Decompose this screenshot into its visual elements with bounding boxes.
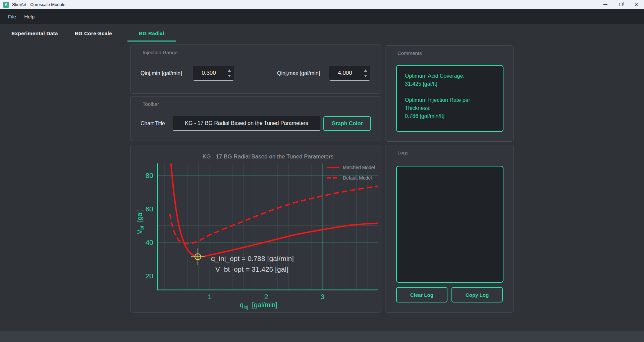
tab-bg-radial[interactable]: BG Radial	[127, 26, 176, 42]
y-axis-label: Vbt [gal]	[136, 209, 145, 234]
annotation-text: V_bt_opt = 31.426 [gal]	[215, 265, 288, 273]
x-tick-label: 3	[321, 293, 325, 300]
tab-bg-core-scale[interactable]: BG Core-Scale	[73, 26, 113, 42]
qinj-max-input[interactable]	[329, 66, 361, 80]
spin-down-button[interactable]	[228, 75, 231, 77]
window-title: StimArt - Corescale Module	[12, 2, 65, 7]
y-tick-label: 20	[146, 272, 153, 280]
log-output[interactable]	[396, 166, 503, 283]
logs-title: Logs	[397, 150, 409, 155]
qinj-min-label: Qinj,min [gal/min]	[141, 70, 182, 76]
restore-button[interactable]	[613, 0, 629, 9]
graph-color-button[interactable]: Graph Color	[323, 116, 371, 131]
clear-log-button[interactable]: Clear Log	[396, 287, 447, 302]
app-window: A StimArt - Corescale Module ✕ File Help…	[0, 0, 644, 342]
menu-help[interactable]: Help	[20, 12, 39, 21]
minimize-button[interactable]	[598, 0, 613, 9]
y-tick-label: 60	[146, 205, 153, 213]
menubar: File Help	[0, 9, 644, 24]
legend-label: Matched Model	[343, 165, 375, 170]
qinj-max-label: Qinj,max [gal/min]	[277, 70, 320, 76]
spin-up-button[interactable]	[364, 69, 367, 72]
x-axis-label: qinj [gal/min]	[240, 301, 277, 310]
comments-text: Optimum Acid Coverage: 31.425 [gal/ft] O…	[396, 65, 503, 132]
logs-panel: Logs Clear Log Copy Log	[385, 145, 514, 313]
x-tick-label: 2	[264, 293, 268, 300]
chart: 12320406080KG - 17 BG Radial Based on th…	[130, 145, 381, 312]
qinj-min-spinbox[interactable]	[193, 66, 234, 81]
chart-title-label: Chart Title	[141, 121, 165, 127]
menu-file[interactable]: File	[4, 12, 20, 21]
y-tick-label: 80	[146, 172, 153, 179]
status-bar	[0, 331, 644, 342]
spin-up-button[interactable]	[228, 69, 231, 72]
copy-log-button[interactable]: Copy Log	[451, 287, 503, 302]
toolbar-title: Toolbar	[143, 101, 159, 107]
series-default-model	[170, 186, 378, 244]
comments-title: Comments	[397, 50, 422, 56]
toolbar-panel: Toolbar Chart Title Graph Color	[130, 96, 381, 141]
qinj-max-spinbox[interactable]	[329, 66, 370, 81]
app-icon: A	[3, 2, 9, 8]
comments-panel: Comments Optimum Acid Coverage: 31.425 […	[385, 45, 514, 142]
spin-down-button[interactable]	[364, 75, 367, 77]
optimum-marker	[191, 248, 205, 265]
titlebar: A StimArt - Corescale Module ✕	[0, 0, 644, 9]
restore-icon	[620, 3, 623, 6]
injection-range-title: Injection Range	[143, 50, 177, 55]
injection-range-panel: Injection Range Qinj,min [gal/min] Qinj,…	[130, 45, 381, 94]
chart-title-input[interactable]	[173, 116, 320, 131]
annotation-text: q_inj_opt = 0.788 [gal/min]	[211, 255, 294, 263]
chart-title: KG - 17 BG Radial Based on the Tuned Par…	[203, 153, 333, 160]
legend-label: Default Model	[343, 175, 372, 181]
close-icon: ✕	[634, 2, 638, 7]
close-button[interactable]: ✕	[629, 0, 644, 9]
minimize-icon	[603, 4, 607, 5]
chart-panel: 12320406080KG - 17 BG Radial Based on th…	[130, 145, 381, 313]
y-tick-label: 40	[146, 238, 153, 246]
qinj-min-input[interactable]	[193, 66, 225, 80]
x-tick-label: 1	[208, 293, 212, 300]
tab-bar: Experimental Data BG Core-Scale BG Radia…	[0, 24, 644, 43]
tab-experimental-data[interactable]: Experimental Data	[10, 26, 59, 42]
